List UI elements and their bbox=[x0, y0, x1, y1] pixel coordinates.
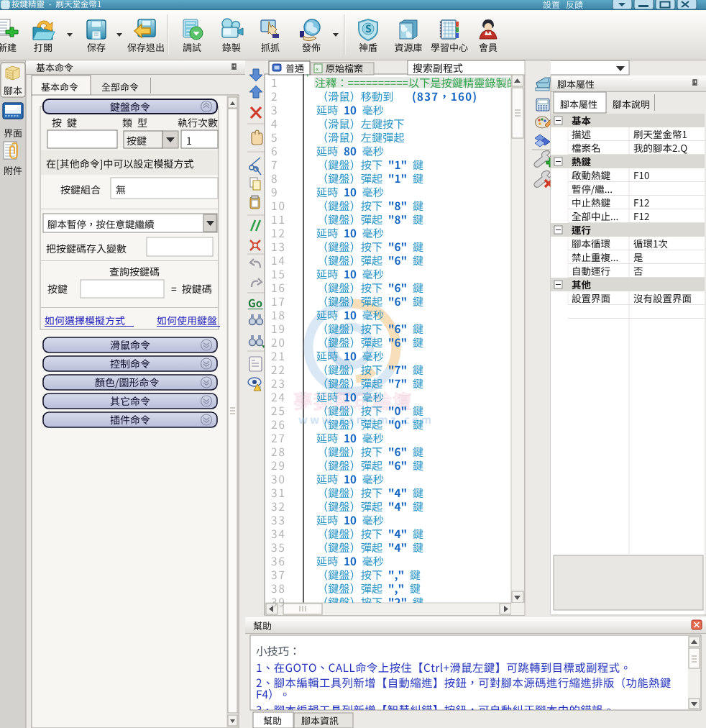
svg-text:!: ! bbox=[260, 386, 261, 391]
